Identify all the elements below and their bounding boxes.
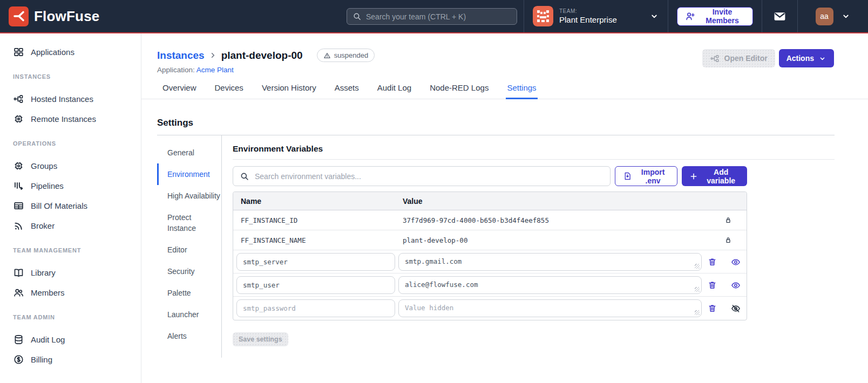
user-initials: aa: [820, 12, 829, 20]
sidebar-item-groups[interactable]: Groups: [0, 156, 141, 176]
open-editor-button[interactable]: Open Editor: [702, 49, 775, 67]
env-search-input[interactable]: [255, 172, 603, 181]
env-var-name-input[interactable]: [236, 299, 395, 317]
notifications-button[interactable]: [762, 0, 797, 32]
members-icon: [13, 287, 24, 298]
settings-nav-alerts[interactable]: Alerts: [157, 325, 221, 347]
top-navbar: FlowFuse TEAM: Plant Enterpri: [0, 0, 868, 33]
audit-log-icon: [13, 334, 24, 345]
env-var-name-input[interactable]: [236, 276, 395, 294]
actions-button[interactable]: Actions: [779, 49, 834, 67]
chevron-down-icon: [818, 54, 826, 63]
team-switcher[interactable]: TEAM: Plant Enterprise: [524, 0, 668, 32]
open-editor-label: Open Editor: [724, 54, 768, 63]
show-value-eye-icon[interactable]: [731, 281, 741, 290]
bill-of-materials-icon: [13, 200, 24, 211]
tab-audit-log[interactable]: Audit Log: [376, 83, 412, 99]
import-env-button[interactable]: Import .env: [615, 166, 677, 186]
status-badge-label: suspended: [334, 51, 369, 59]
lock-icon: [717, 236, 739, 244]
sidebar-item-members[interactable]: Members: [0, 283, 141, 303]
team-search[interactable]: [347, 8, 517, 25]
invite-members-button[interactable]: Invite Members: [677, 7, 753, 26]
sidebar-item-billing[interactable]: Billing: [0, 350, 141, 370]
table-row: FF_INSTANCE_ID 37f7d969-97cd-4000-b650-b…: [233, 210, 747, 230]
tab-settings[interactable]: Settings: [506, 83, 537, 99]
env-var-value-input[interactable]: alice@flowfuse.com: [398, 276, 702, 294]
sidebar-section-instances: INSTANCES: [13, 73, 128, 80]
delete-variable-button[interactable]: [708, 257, 717, 266]
settings-nav-editor[interactable]: Editor: [157, 239, 221, 261]
sidebar-item-broker[interactable]: Broker: [0, 216, 141, 236]
resize-handle-icon[interactable]: [695, 264, 700, 269]
hide-value-eye-off-icon[interactable]: [731, 304, 741, 313]
resize-handle-icon[interactable]: [695, 310, 700, 315]
add-variable-label: Add variable: [702, 168, 740, 185]
sidebar-item-library[interactable]: Library: [0, 263, 141, 283]
search-input[interactable]: [366, 12, 511, 21]
library-icon: [13, 267, 24, 278]
table-row: [233, 297, 747, 320]
search-icon: [240, 172, 249, 181]
settings-nav-palette[interactable]: Palette: [157, 282, 221, 304]
settings-nav-launcher[interactable]: Launcher: [157, 304, 221, 325]
chevron-down-icon: [841, 11, 851, 21]
user-menu[interactable]: aa: [797, 0, 868, 32]
broker-icon: [13, 220, 24, 231]
sidebar-item-label: Applications: [31, 47, 74, 57]
sidebar-item-label: Bill Of Materials: [31, 201, 87, 210]
env-var-value: 37f7d969-97cd-4000-b650-b3d4f4eef855: [403, 216, 717, 224]
page-header: Instances plant-develop-00 suspended App…: [141, 33, 868, 74]
env-search[interactable]: [233, 166, 611, 186]
hosted-instances-icon: [13, 93, 24, 105]
tab-assets[interactable]: Assets: [334, 83, 360, 99]
save-settings-button[interactable]: Save settings: [233, 332, 288, 346]
env-var-value-input[interactable]: smtp.gmail.com: [398, 253, 702, 271]
env-var-name-input[interactable]: [236, 253, 395, 271]
sidebar-item-remote-instances[interactable]: Remote Instances: [0, 109, 141, 129]
settings-nav-protect-instance[interactable]: Protect Instance: [157, 207, 221, 239]
team-name: Plant Enterprise: [559, 15, 643, 24]
table-row: alice@flowfuse.com: [233, 273, 747, 297]
settings-nav-high-availability[interactable]: High Availability: [157, 185, 221, 207]
env-var-name: FF_INSTANCE_ID: [241, 216, 403, 224]
breadcrumb-instances-link[interactable]: Instances: [157, 50, 205, 61]
sidebar: Applications INSTANCES Hosted Instances …: [0, 33, 141, 383]
settings-nav-general[interactable]: General: [157, 142, 221, 163]
tab-overview[interactable]: Overview: [161, 83, 198, 99]
lock-icon: [717, 216, 739, 224]
sidebar-item-hosted-instances[interactable]: Hosted Instances: [0, 89, 141, 109]
delete-variable-button[interactable]: [708, 281, 717, 290]
sidebar-item-pipelines[interactable]: Pipelines: [0, 176, 141, 196]
mail-icon: [773, 10, 786, 23]
sidebar-item-label: Pipelines: [31, 181, 64, 190]
resize-handle-icon[interactable]: [695, 287, 700, 292]
import-document-icon: [623, 172, 632, 181]
search-icon: [352, 12, 362, 21]
sidebar-item-applications[interactable]: Applications: [0, 42, 141, 62]
application-link[interactable]: Acme Plant: [196, 66, 234, 74]
sidebar-item-label: Hosted Instances: [31, 94, 93, 104]
settings-nav-environment[interactable]: Environment: [157, 163, 221, 185]
sidebar-item-label: Members: [31, 288, 65, 297]
brand[interactable]: FlowFuse: [0, 6, 162, 26]
status-badge: suspended: [317, 49, 375, 62]
sidebar-item-label: Remote Instances: [31, 114, 96, 124]
sidebar-item-label: Billing: [31, 355, 52, 364]
show-value-eye-icon[interactable]: [731, 257, 741, 267]
settings-nav: General Environment High Availability Pr…: [157, 135, 222, 358]
sidebar-item-audit-log[interactable]: Audit Log: [0, 330, 141, 350]
tab-devices[interactable]: Devices: [214, 83, 245, 99]
tab-version-history[interactable]: Version History: [261, 83, 317, 99]
sidebar-item-bill-of-materials[interactable]: Bill Of Materials: [0, 196, 141, 216]
table-row: FF_INSTANCE_NAME plant-develop-00: [233, 230, 747, 250]
env-var-value-input[interactable]: [398, 299, 702, 317]
chevron-down-icon: [649, 11, 659, 21]
delete-variable-button[interactable]: [708, 304, 717, 313]
env-variables-table: Name Value FF_INSTANCE_ID 37f7d969-97cd-…: [233, 191, 747, 320]
add-variable-button[interactable]: Add variable: [682, 166, 747, 186]
remote-instances-icon: [13, 113, 24, 125]
settings-nav-security[interactable]: Security: [157, 261, 221, 282]
tab-node-red-logs[interactable]: Node-RED Logs: [429, 83, 490, 99]
sidebar-section-team-admin: TEAM ADMIN: [13, 314, 128, 320]
